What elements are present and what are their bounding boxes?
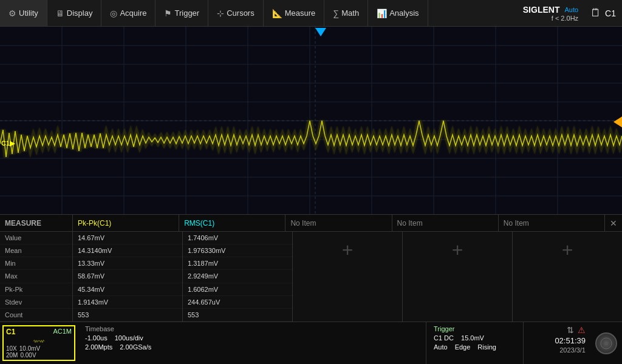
- timebase-block: Timebase -1.00us 100us/div 2.00Mpts 2.00…: [78, 322, 426, 364]
- rms-pkpk: 1.6062mV: [183, 283, 292, 296]
- menu-measure[interactable]: 📐 Measure: [264, 0, 325, 26]
- ch1-mini-waveform: [21, 339, 57, 344]
- mean-row-label: Mean: [0, 244, 72, 257]
- acquire-icon: ◎: [110, 8, 117, 18]
- brand-name: SIGLENT: [523, 5, 560, 15]
- menu-display[interactable]: 🖥 Display: [47, 0, 102, 26]
- math-icon: ∑: [333, 8, 339, 18]
- trigger-block: Trigger C1 DC 15.0mV Auto Edge Rising: [426, 322, 524, 364]
- wifi-icon: ⚠: [578, 325, 586, 335]
- auto-status: Auto: [564, 6, 578, 13]
- channel-indicator: 🗒 C1: [584, 7, 622, 19]
- trigger-marker: [315, 28, 326, 36]
- auto-button[interactable]: [595, 332, 617, 354]
- display-icon: 🖥: [56, 8, 64, 18]
- timebase-pts-val: 2.00Mpts: [85, 343, 112, 351]
- frequency-display: f < 2.0Hz: [552, 15, 578, 22]
- no-item-col5: +: [513, 232, 622, 322]
- ch1-name: C1: [6, 328, 15, 336]
- menu-cursors[interactable]: ⊹ Cursors: [208, 0, 264, 26]
- usb-icon: ⇅: [567, 325, 574, 335]
- brand-area: SIGLENT Auto f < 2.0Hz: [517, 4, 584, 23]
- rms-value: 1.7406mV: [183, 232, 292, 244]
- ch1-bandwidth: 20M: [6, 352, 18, 359]
- row-labels-col: Value Mean Min Max Pk-Pk Stdev Count: [0, 232, 73, 322]
- measure-header-row: MEASURE Pk-Pk(C1) RMS(C1) No Item No Ite…: [0, 215, 622, 232]
- trigger-title: Trigger: [434, 325, 516, 332]
- rms-min: 1.3187mV: [183, 257, 292, 270]
- rms-max: 2.9249mV: [183, 270, 292, 283]
- date-display: 2023/3/1: [559, 346, 586, 354]
- channel-label: C1: [605, 8, 616, 18]
- rms-count: 553: [183, 309, 292, 322]
- channel1-block[interactable]: C1 AC1M 10X 10.0mV 20M 0.00V: [2, 325, 75, 361]
- trigger-edge: Edge: [455, 343, 471, 351]
- svg-point-23: [604, 342, 608, 345]
- measurements-panel: MEASURE Pk-Pk(C1) RMS(C1) No Item No Ite…: [0, 215, 622, 322]
- trigger-menu-icon: ⚑: [164, 8, 172, 18]
- analysis-icon: 📊: [377, 8, 387, 18]
- trigger-slope: Rising: [477, 343, 496, 351]
- pkpk-mean: 14.3140mV: [73, 244, 182, 257]
- timebase-div-val: 100us/div: [115, 334, 143, 342]
- rms-stdev: 244.657uV: [183, 296, 292, 309]
- ch1-scale: 10.0mV: [19, 345, 40, 352]
- timebase-sa-val: 2.00GSa/s: [120, 343, 151, 351]
- waveform-area: C1▶: [0, 27, 622, 215]
- no-item-col4: +: [403, 232, 513, 322]
- pkpk-max: 58.67mV: [73, 270, 182, 283]
- col1-header: Pk-Pk(C1): [73, 215, 179, 231]
- menu-utility[interactable]: ⚙ Utility: [0, 0, 47, 26]
- bottom-status-bar: C1 AC1M 10X 10.0mV 20M 0.00V Timebase -1…: [0, 322, 622, 364]
- pkpk-count: 553: [73, 309, 182, 322]
- rms-data-col: 1.7406mV 1.976330mV 1.3187mV 2.9249mV 1.…: [183, 232, 293, 322]
- menu-analysis[interactable]: 📊 Analysis: [368, 0, 428, 26]
- waveform-svg: [0, 27, 622, 214]
- top-menu-bar: ⚙ Utility 🖥 Display ◎ Acquire ⚑ Trigger …: [0, 0, 622, 27]
- add-measurement-icon4[interactable]: +: [452, 239, 463, 261]
- pkpk-pkpk: 45.34mV: [73, 283, 182, 296]
- max-row-label: Max: [0, 270, 72, 283]
- level-arrow: [613, 116, 622, 127]
- col4-header: No Item: [392, 215, 499, 231]
- timebase-title: Timebase: [85, 325, 419, 332]
- col5-header: No Item: [499, 215, 605, 231]
- menu-math[interactable]: ∑ Math: [324, 0, 368, 26]
- measure-data-rows: Value Mean Min Max Pk-Pk Stdev Count 14.…: [0, 232, 622, 322]
- trigger-mode: Auto: [434, 343, 448, 351]
- ch1-offset: 0.00V: [20, 352, 36, 359]
- usb-time-block: ⇅ ⚠ 02:51:39 2023/3/1: [524, 322, 590, 364]
- channel1-waveform-label: C1▶: [1, 140, 15, 147]
- count-row-label: Count: [0, 309, 72, 322]
- measure-title: MEASURE: [0, 215, 73, 231]
- measure-icon: 📐: [272, 8, 282, 18]
- pkpk-value: 14.67mV: [73, 232, 182, 244]
- menu-acquire[interactable]: ◎ Acquire: [101, 0, 156, 26]
- min-row-label: Min: [0, 257, 72, 270]
- pkpk-row-label: Pk-Pk: [0, 283, 72, 296]
- ch1-probe: 10X: [6, 345, 17, 352]
- add-measurement-icon3[interactable]: +: [342, 239, 354, 261]
- add-measurement-icon5[interactable]: +: [562, 239, 573, 261]
- utility-icon: ⚙: [9, 8, 16, 18]
- pkpk-data-col: 14.67mV 14.3140mV 13.33mV 58.67mV 45.34m…: [73, 232, 183, 322]
- cursors-icon: ⊹: [217, 8, 224, 18]
- col2-header: RMS(C1): [179, 215, 285, 231]
- col3-header: No Item: [285, 215, 392, 231]
- timebase-offset-val: -1.00us: [85, 334, 108, 342]
- no-item-col3: +: [293, 232, 403, 322]
- close-measure-button[interactable]: ✕: [605, 218, 622, 228]
- stdev-row-label: Stdev: [0, 296, 72, 309]
- trigger-source: C1 DC: [434, 334, 454, 342]
- pkpk-min: 13.33mV: [73, 257, 182, 270]
- ch1-coupling: AC1M: [53, 328, 72, 336]
- pkpk-stdev: 1.9143mV: [73, 296, 182, 309]
- time-display: 02:51:39: [555, 336, 586, 345]
- trigger-level: 15.0mV: [461, 334, 484, 342]
- rms-mean: 1.976330mV: [183, 244, 292, 257]
- menu-trigger[interactable]: ⚑ Trigger: [156, 0, 208, 26]
- value-row-label: Value: [0, 232, 72, 244]
